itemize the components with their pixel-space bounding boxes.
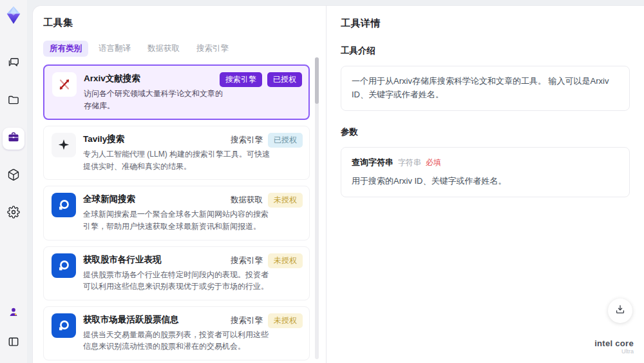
sidebar-item-collapse[interactable] <box>3 332 24 354</box>
param-required-badge: 必填 <box>426 157 441 169</box>
arxiv-icon <box>52 72 77 97</box>
tab-3[interactable]: 搜索引擎 <box>190 41 235 57</box>
sidebar-item-tools[interactable] <box>3 128 24 150</box>
briefcase-icon <box>7 131 20 146</box>
tool-card-badges: 数据获取未授权 <box>231 193 303 208</box>
tool-card-badges: 搜索引擎未授权 <box>231 253 303 268</box>
gear-icon <box>7 206 20 221</box>
tool-card-badges: 搜索引擎已授权 <box>231 133 303 148</box>
tool-card-4[interactable]: 获取市场最活跃股票信息提供当天交易量最高的股票列表，投资者可以利用这些信息来识别… <box>43 306 310 360</box>
category-badge: 搜索引擎 <box>231 315 263 326</box>
intro-heading: 工具介绍 <box>341 45 630 57</box>
tool-card-3[interactable]: 获取股市各行业表现提供股票市场各个行业在特定时间段内的表现。投资者可以利用这些信… <box>43 246 310 300</box>
category-tabs: 所有类别语言翻译数据获取搜索引擎 <box>43 41 326 57</box>
q-search-icon <box>52 313 76 338</box>
category-badge: 数据获取 <box>231 195 263 206</box>
tab-0[interactable]: 所有类别 <box>43 41 88 57</box>
sparkle-icon <box>52 133 76 157</box>
sidebar-item-settings[interactable] <box>3 202 24 224</box>
intro-box: 一个用于从Arxiv存储库搜索科学论文和文章的工具。 输入可以是Arxiv ID… <box>341 66 630 111</box>
q-search-icon <box>52 193 76 217</box>
user-icon <box>7 306 20 321</box>
tool-card-list: Arxiv文献搜索访问各个研究领域大量科学论文和文章的存储库。搜索引擎已授权Ta… <box>43 64 310 363</box>
sidebar-item-packages[interactable] <box>3 165 24 187</box>
param-name: 查询字符串 <box>352 156 393 170</box>
intel-core-logo: intel core Ultra <box>594 339 634 355</box>
tool-card-1[interactable]: Tavily搜索专为人工智能代理 (LLM) 构建的搜索引擎工具。可快速提供实时… <box>43 126 310 180</box>
auth-status-badge: 已授权 <box>268 133 303 148</box>
params-heading: 参数 <box>341 126 630 138</box>
tool-card-2[interactable]: 全球新闻搜索全球新闻搜索是一个聚合全球各大新闻网站内容的搜索引擎，帮助用户快速获… <box>43 186 310 240</box>
intel-ultra-text: Ultra <box>594 349 634 355</box>
tool-card-badges: 搜索引擎未授权 <box>231 313 303 328</box>
param-desc: 用于搜索的Arxiv ID、关键字或作者姓名。 <box>352 175 619 188</box>
auth-status-badge: 未授权 <box>268 313 303 328</box>
list-scrollbar-track[interactable] <box>315 57 319 359</box>
param-box: 查询字符串 字符串 必填 用于搜索的Arxiv ID、关键字或作者姓名。 <box>341 147 630 198</box>
tool-card-desc: 专为人工智能代理 (LLM) 构建的搜索引擎工具。可快速提供实时、准确和真实的结… <box>83 148 271 172</box>
detail-title: 工具详情 <box>341 17 630 30</box>
chat-icon <box>7 56 20 72</box>
param-type: 字符串 <box>398 157 421 169</box>
category-badge: 搜索引擎 <box>220 72 262 87</box>
download-button[interactable] <box>608 299 632 323</box>
tool-card-title: Arxiv文献搜索 <box>84 73 229 84</box>
auth-status-badge: 已授权 <box>267 72 302 87</box>
sidebar-item-files[interactable] <box>3 90 24 112</box>
tool-detail-panel: 工具详情 工具介绍 一个用于从Arxiv存储库搜索科学论文和文章的工具。 输入可… <box>327 6 644 363</box>
tool-card-desc: 访问各个研究领域大量科学论文和文章的存储库。 <box>84 88 229 112</box>
sidebar-item-account[interactable] <box>3 302 24 324</box>
folder-icon <box>7 93 20 109</box>
list-scrollbar-thumb[interactable] <box>315 57 319 104</box>
tab-2[interactable]: 数据获取 <box>141 41 186 57</box>
page-title: 工具集 <box>43 17 326 29</box>
category-badge: 搜索引擎 <box>231 135 263 146</box>
main-panel: 工具集 所有类别语言翻译数据获取搜索引擎 Arxiv文献搜索访问各个研究领域大量… <box>32 5 644 363</box>
auth-status-badge: 未授权 <box>268 193 303 208</box>
tool-card-0[interactable]: Arxiv文献搜索访问各个研究领域大量科学论文和文章的存储库。搜索引擎已授权 <box>43 64 310 120</box>
category-badge: 搜索引擎 <box>231 255 263 266</box>
q-search-icon <box>52 253 76 278</box>
sidebar-rail <box>0 0 27 363</box>
tool-list-panel: 工具集 所有类别语言翻译数据获取搜索引擎 Arxiv文献搜索访问各个研究领域大量… <box>33 6 326 363</box>
tool-card-desc: 提供当天交易量最高的股票列表，投资者可以利用这些信息来识别流动性强的股票和潜在的… <box>83 329 271 353</box>
auth-status-badge: 未授权 <box>268 253 303 268</box>
intel-core-text: intel core <box>594 338 634 348</box>
tool-card-badges: 搜索引擎已授权 <box>220 72 302 87</box>
tab-1[interactable]: 语言翻译 <box>92 41 137 57</box>
download-icon <box>614 304 626 318</box>
app-logo <box>4 5 23 27</box>
layout-panel-icon <box>7 335 20 351</box>
cube-icon <box>7 168 20 184</box>
sidebar-item-chat[interactable] <box>3 53 24 75</box>
tool-card-desc: 提供股票市场各个行业在特定时间段内的表现。投资者可以利用这些信息来识别表现优于或… <box>83 269 271 293</box>
tool-card-desc: 全球新闻搜索是一个聚合全球各大新闻网站内容的搜索引擎，帮助用户快速获取全球最新资… <box>83 208 271 232</box>
